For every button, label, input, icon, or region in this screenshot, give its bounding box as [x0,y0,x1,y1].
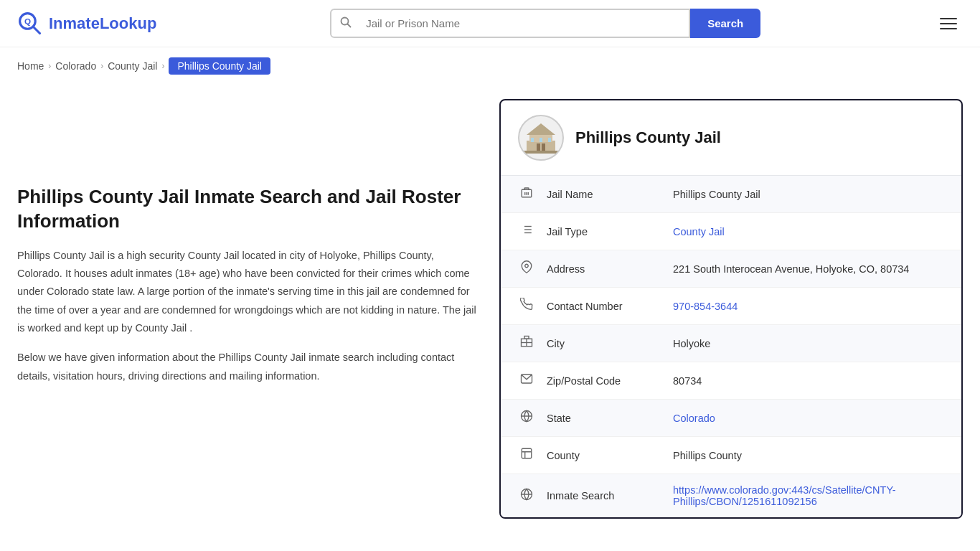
main-content: Phillips County Jail Inmate Search and J… [0,85,980,547]
info-table: Jail NamePhillips County JailJail TypeCo… [501,176,961,517]
row-value: Holyoke [673,338,944,349]
svg-text:Q: Q [24,16,31,25]
svg-marker-7 [527,123,555,135]
city-icon [518,335,535,352]
phone-icon [518,298,535,314]
row-label: State [547,413,661,424]
svg-rect-13 [524,151,558,154]
hamburger-line-3 [940,28,957,29]
row-label: Jail Type [547,226,661,237]
search-button[interactable]: Search [690,9,760,38]
hamburger-menu-button[interactable] [934,12,963,35]
table-row: Inmate Searchhttps://www.colorado.gov:44… [501,474,961,517]
svg-rect-12 [548,138,551,142]
logo-text: InmateLookup [49,14,156,33]
row-label: City [547,338,661,349]
right-column: Phillips County Jail Jail NamePhillips C… [499,99,963,519]
left-column: Phillips County Jail Inmate Search and J… [17,99,476,519]
description-paragraph-1: Phillips County Jail is a high security … [17,247,476,338]
hamburger-line-2 [940,23,957,24]
logo-link[interactable]: Q InmateLookup [17,11,156,37]
jail-card-name: Phillips County Jail [575,128,721,147]
table-row: Jail NamePhillips County Jail [501,176,961,213]
site-header: Q InmateLookup Search [0,0,980,47]
search-icon [331,11,360,37]
breadcrumb-sep-1: › [48,61,51,71]
svg-rect-32 [522,448,532,458]
breadcrumb-state[interactable]: Colorado [55,60,96,72]
row-value[interactable]: 970-854-3644 [673,301,944,312]
row-value: 221 South Interocean Avenue, Holyoke, CO… [673,263,944,275]
search-input[interactable] [360,10,689,37]
table-row: Zip/Postal Code80734 [501,362,961,400]
jail-avatar [518,115,564,161]
row-label: Contact Number [547,301,661,312]
breadcrumb-sep-3: › [161,61,164,71]
table-row: StateColorado [501,400,961,437]
row-label: Zip/Postal Code [547,375,661,387]
description-paragraph-2: Below we have given information about th… [17,349,476,385]
search-globe-icon [518,488,535,504]
breadcrumb: Home › Colorado › County Jail › Phillips… [0,47,980,85]
table-row: Jail TypeCounty Jail [501,213,961,250]
info-card: Phillips County Jail Jail NamePhillips C… [499,99,963,519]
svg-rect-11 [540,138,542,142]
svg-line-2 [34,27,40,33]
breadcrumb-home[interactable]: Home [17,60,44,72]
row-value[interactable]: County Jail [673,226,944,237]
row-label: Address [547,263,661,275]
breadcrumb-type[interactable]: County Jail [108,60,157,72]
page-title: Phillips County Jail Inmate Search and J… [17,185,476,234]
breadcrumb-current: Phillips County Jail [169,57,270,75]
table-row: Address221 South Interocean Avenue, Holy… [501,250,961,288]
pin-icon [518,260,535,277]
row-label: Jail Name [547,189,661,200]
globe-icon [518,410,535,426]
table-row: CityHolyoke [501,325,961,362]
list-icon [518,223,535,240]
mail-icon [518,372,535,389]
info-card-header: Phillips County Jail [501,100,961,176]
row-value: 80734 [673,375,944,387]
svg-rect-10 [531,138,534,142]
logo-icon: Q [17,11,43,37]
svg-rect-26 [524,336,529,339]
search-bar: Search [330,9,760,38]
row-value: Phillips County Jail [673,189,944,200]
row-value[interactable]: Colorado [673,413,944,424]
row-label: Inmate Search [547,490,661,501]
svg-rect-5 [527,141,555,152]
county-icon [518,447,535,463]
row-label: County [547,450,661,461]
row-value: Phillips County [673,450,944,461]
breadcrumb-sep-2: › [100,61,103,71]
building-icon [518,186,535,202]
search-input-wrapper [330,9,690,38]
row-value[interactable]: https://www.colorado.gov:443/cs/Satellit… [673,484,944,507]
svg-point-24 [525,264,529,268]
hamburger-line-1 [940,18,957,19]
svg-line-4 [348,24,351,27]
table-row: Contact Number970-854-3644 [501,288,961,325]
table-row: CountyPhillips County [501,437,961,474]
